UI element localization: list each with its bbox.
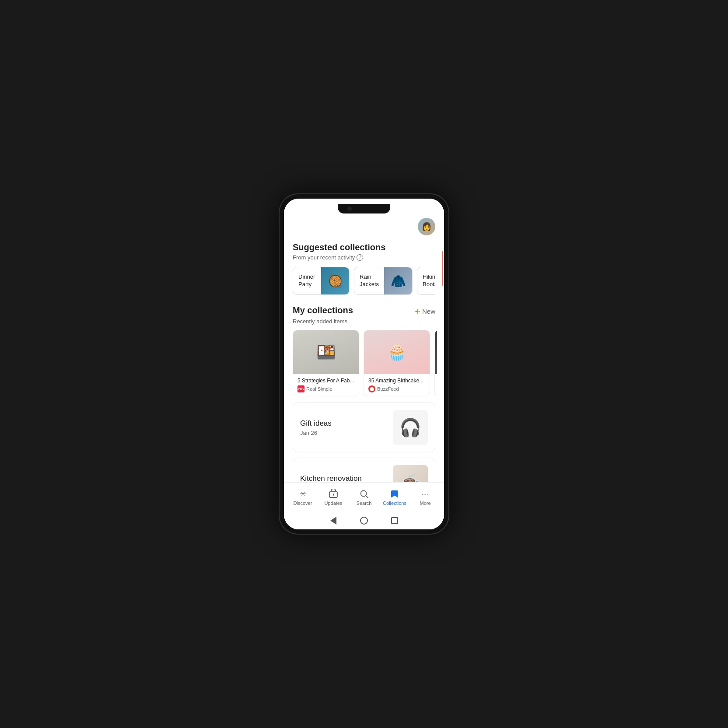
phone-screen: 👩 Suggested collections From your recent… (284, 199, 444, 529)
nav-more[interactable]: ··· More (410, 489, 441, 506)
info-icon[interactable]: i (357, 254, 363, 261)
collection-cards: Gift ideas Jan 26 🎧 Kitchen renovation J… (293, 402, 435, 482)
gift-ideas-info: Gift ideas Jan 26 (300, 419, 393, 436)
nav-updates[interactable]: Updates (318, 489, 349, 506)
suggested-collections-subtitle: From your recent activity i (293, 254, 435, 261)
recently-added-items-row: 🍱 5 Strategies For A Fab... RS Real Simp… (291, 330, 437, 396)
bottom-nav: ✳ Discover Updates (284, 482, 444, 512)
my-collections-section: My collections + New Recently added item… (284, 302, 444, 482)
nav-discover[interactable]: ✳ Discover (287, 489, 318, 506)
kitchen-renovation-info: Kitchen renovation Jan 24 (300, 474, 393, 483)
nav-search[interactable]: Search (349, 489, 379, 506)
item-card-1[interactable]: 🍱 5 Strategies For A Fab... RS Real Simp… (293, 330, 359, 396)
updates-label: Updates (325, 500, 343, 506)
source-badge-rs: RS (298, 385, 304, 392)
back-button[interactable] (329, 516, 338, 525)
gift-ideas-thumb: 🎧 (393, 410, 428, 445)
chip-label: RainJackets (354, 270, 384, 292)
item-title-1: 5 Strategies For A Fab... (298, 378, 354, 384)
chip-image-food: 🥘 (321, 267, 349, 295)
item-info-1: 5 Strategies For A Fab... RS Real Simple (293, 374, 359, 396)
discover-label: Discover (294, 500, 312, 506)
headphones-image: 🎧 (393, 410, 428, 445)
chip-rain-jackets[interactable]: RainJackets 🧥 (354, 267, 413, 295)
item-card-2[interactable]: 🧁 35 Amazing Birthcake... ⬤ BuzzFeed (364, 330, 430, 396)
my-collections-title: My collections (293, 305, 353, 315)
more-icon: ··· (420, 489, 430, 499)
svg-line-2 (366, 496, 368, 498)
nav-collections[interactable]: Collections (379, 489, 410, 506)
kitchen-renovation-card[interactable]: Kitchen renovation Jan 24 ☕ (293, 458, 435, 482)
avatar[interactable]: 👩 (418, 218, 435, 235)
home-button[interactable] (360, 516, 368, 525)
updates-icon (328, 489, 339, 499)
item-title-2: 35 Amazing Birthcake... (368, 378, 425, 384)
system-nav (284, 512, 444, 529)
chip-image-jacket: 🧥 (384, 267, 412, 295)
phone-frame: 👩 Suggested collections From your recent… (279, 193, 449, 535)
gift-ideas-name: Gift ideas (300, 419, 393, 428)
discover-icon: ✳ (298, 489, 308, 499)
notch (338, 204, 390, 214)
item-info-3: An Eye Openin... S Saveur (435, 374, 437, 396)
source-badge-bf: ⬤ (368, 385, 375, 392)
item-source-2: ⬤ BuzzFeed (368, 385, 425, 392)
home-icon (360, 517, 368, 525)
new-collection-button[interactable]: + New (415, 307, 435, 316)
recently-added-subtitle: Recently added items (293, 318, 435, 325)
avatar-image: 👩 (418, 218, 435, 235)
recents-icon (391, 517, 398, 524)
kitchen-image: ☕ (393, 465, 428, 482)
more-label: More (420, 500, 430, 506)
header-area: 👩 (284, 211, 444, 239)
scroll-indicator (442, 251, 443, 286)
item-image-2: 🧁 (364, 330, 430, 374)
recents-button[interactable] (390, 516, 399, 525)
item-card-3[interactable]: 🍜 An Eye Openin... S Saveur (434, 330, 437, 396)
collections-label: Collections (383, 500, 406, 506)
gift-ideas-date: Jan 26 (300, 430, 393, 436)
gift-ideas-card[interactable]: Gift ideas Jan 26 🎧 (293, 402, 435, 452)
item-info-2: 35 Amazing Birthcake... ⬤ BuzzFeed (364, 374, 430, 396)
chips-row: DinnerParty 🥘 RainJackets 🧥 HikingBoots (293, 267, 435, 295)
item-image-3: 🍜 (435, 330, 437, 374)
chip-label: DinnerParty (293, 270, 321, 292)
search-label: Search (357, 500, 372, 506)
camera (347, 206, 352, 211)
plus-icon: + (415, 307, 420, 316)
kitchen-renovation-thumb: ☕ (393, 465, 428, 482)
chip-dinner-party[interactable]: DinnerParty 🥘 (293, 267, 350, 295)
chip-hiking-boots[interactable]: HikingBoots (417, 267, 435, 295)
collections-icon (389, 489, 400, 499)
search-icon (359, 489, 369, 499)
chip-label: HikingBoots (417, 270, 435, 292)
collections-header: My collections + New (293, 305, 435, 317)
scroll-content: 👩 Suggested collections From your recent… (284, 211, 444, 482)
item-image-1: 🍱 (293, 330, 359, 374)
kitchen-renovation-name: Kitchen renovation (300, 474, 393, 483)
suggested-collections-title: Suggested collections (293, 242, 435, 252)
back-icon (330, 517, 336, 525)
new-label: New (422, 308, 435, 315)
suggested-collections-section: Suggested collections From your recent a… (284, 239, 444, 302)
item-source-1: RS Real Simple (298, 385, 354, 392)
